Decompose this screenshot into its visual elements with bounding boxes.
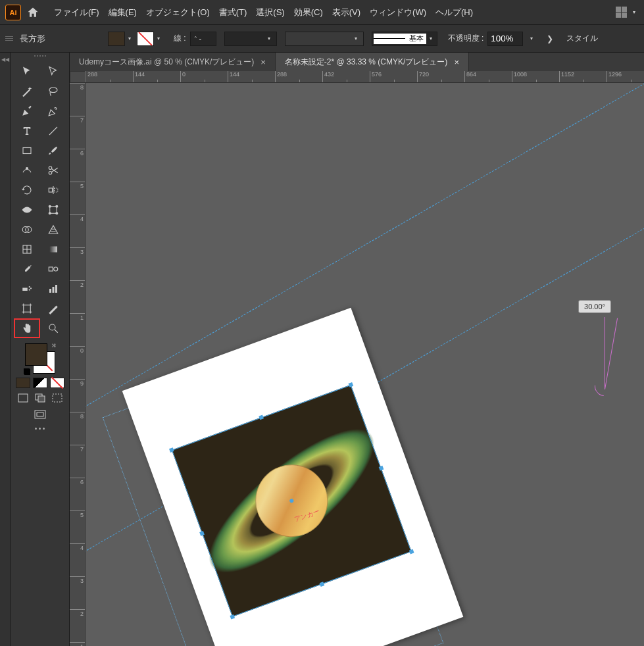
default-fill-stroke-icon[interactable] [24,368,30,375]
svg-point-13 [55,212,57,214]
selection-handle[interactable] [379,466,384,471]
canvas[interactable]: アンカー 30.00° [86,83,644,646]
slice-tool[interactable] [40,299,66,318]
curvature-tool[interactable] [40,101,66,121]
width-tool[interactable] [14,200,40,220]
style-label: スタイル [566,33,598,44]
rotate-tool[interactable] [14,180,40,200]
close-icon[interactable]: × [260,57,266,67]
menu-view[interactable]: 表示(V) [332,7,360,18]
panel-grip-icon[interactable] [5,31,13,47]
color-mode-solid[interactable] [16,378,30,388]
vertical-ruler[interactable]: 8 7 6 5 4 3 2 1 0 9 8 7 6 5 4 3 2 1 [70,83,86,646]
swap-fill-stroke-icon[interactable]: ⤭ [51,342,57,349]
fill-color-swatch[interactable] [25,343,47,366]
chevron-down-icon[interactable]: ▾ [630,9,639,15]
canvas-area: Udemyコース画像.ai @ 50 % (CMYK/プレビュー) × 名称未設… [70,53,644,646]
direct-selection-tool[interactable] [40,62,66,82]
zoom-tool[interactable] [40,318,66,338]
ruler-tick: 1 [70,642,85,646]
menu-object[interactable]: オブジェクト(O) [146,7,210,18]
horizontal-ruler[interactable]: 288 144 0 144 288 432 576 720 864 1008 1… [86,71,644,83]
shaper-tool[interactable] [14,161,40,180]
stroke-weight-dropdown[interactable]: ⌃⌄ [190,32,216,46]
home-icon[interactable] [26,6,39,19]
ruler-tick: 2 [70,280,85,313]
stroke-swatch[interactable] [137,32,154,46]
color-mode-none[interactable] [50,378,64,388]
chevron-down-icon[interactable]: ▾ [527,36,536,41]
eyedropper-tool[interactable] [14,259,40,279]
scissors-tool[interactable] [40,161,66,180]
selection-tool[interactable] [14,62,40,82]
draw-behind-icon[interactable] [33,392,47,404]
stroke-profile-dropdown[interactable]: ▾ [224,32,277,46]
ruler-tick: 2 [70,609,85,642]
ruler-tick: 5 [70,510,85,543]
tools-panel: ⤭ [11,53,70,646]
edit-toolbar-icon[interactable] [35,428,45,430]
mesh-tool[interactable] [14,239,40,259]
svg-rect-20 [49,267,53,271]
symbol-sprayer-tool[interactable] [14,279,40,299]
magic-wand-tool[interactable] [14,82,40,101]
chevron-down-icon[interactable]: ▾ [154,36,163,41]
perspective-tool[interactable] [40,220,66,239]
draw-normal-icon[interactable] [16,392,30,404]
menu-help[interactable]: ヘルプ(H) [435,7,473,18]
ruler-tick: 6 [70,149,85,182]
menu-window[interactable]: ウィンドウ(W) [370,7,426,18]
artboard-tool[interactable] [14,299,40,318]
reflect-tool[interactable] [40,180,66,200]
brush-dropdown[interactable]: ▾ [285,32,364,46]
svg-point-4 [49,166,52,170]
fill-stroke-indicator[interactable]: ⤭ [24,342,57,375]
line-tool[interactable] [40,121,66,141]
ruler-tick: 7 [70,445,85,478]
chevron-down-icon[interactable]: ▾ [125,36,134,41]
column-graph-tool[interactable] [40,279,66,299]
toolbar-collapse-strip[interactable]: ◀◀ [0,53,11,646]
menu-type[interactable]: 書式(T) [219,7,247,18]
document-tab[interactable]: Udemyコース画像.ai @ 50 % (CMYK/プレビュー) × [70,53,276,71]
menu-select[interactable]: 選択(S) [256,7,284,18]
type-tool[interactable] [14,121,40,141]
gradient-tool[interactable] [40,239,66,259]
screen-mode-button[interactable] [26,408,55,421]
rectangle-tool[interactable] [14,141,40,161]
color-mode-gradient[interactable] [33,378,47,388]
pen-tool[interactable] [14,101,40,121]
free-transform-tool[interactable] [40,200,66,220]
ruler-tick: 0 [70,346,85,379]
menu-file[interactable]: ファイル(F) [54,7,99,18]
lasso-tool[interactable] [40,82,66,101]
svg-rect-9 [49,207,57,214]
menu-edit[interactable]: 編集(E) [109,7,137,18]
menu-effect[interactable]: 効果(C) [294,7,323,18]
ruler-tick: 4 [70,543,85,576]
shape-builder-tool[interactable] [14,220,40,239]
opacity-input[interactable] [487,32,523,46]
panel-grip-icon[interactable] [27,55,53,59]
document-tabbar: Udemyコース画像.ai @ 50 % (CMYK/プレビュー) × 名称未設… [70,53,644,71]
ruler-tick: 8 [70,412,85,445]
svg-point-23 [28,286,30,287]
ruler-tick: 7 [70,116,85,149]
ruler-tick: 144 [133,71,180,82]
fill-swatch[interactable] [108,32,125,46]
paintbrush-tool[interactable] [40,141,66,161]
selection-handle[interactable] [409,549,414,555]
svg-rect-35 [53,394,62,402]
brush-basic-label: 基本 [409,34,424,43]
brush-definition-dropdown[interactable]: 基本 ▾ [372,32,437,46]
ruler-origin[interactable] [70,71,86,83]
more-arrow-icon[interactable]: ❯ [544,34,556,43]
workspace-switcher-icon[interactable] [616,7,627,18]
selection-handle[interactable] [349,382,354,387]
close-icon[interactable]: × [454,57,459,67]
document-tab[interactable]: 名称未設定-2* @ 33.33 % (CMYK/プレビュー) × [276,53,469,71]
draw-inside-icon[interactable] [50,392,64,404]
blend-tool[interactable] [40,259,66,279]
hand-tool[interactable] [14,318,40,338]
tab-label: Udemyコース画像.ai @ 50 % (CMYK/プレビュー) [79,57,254,68]
